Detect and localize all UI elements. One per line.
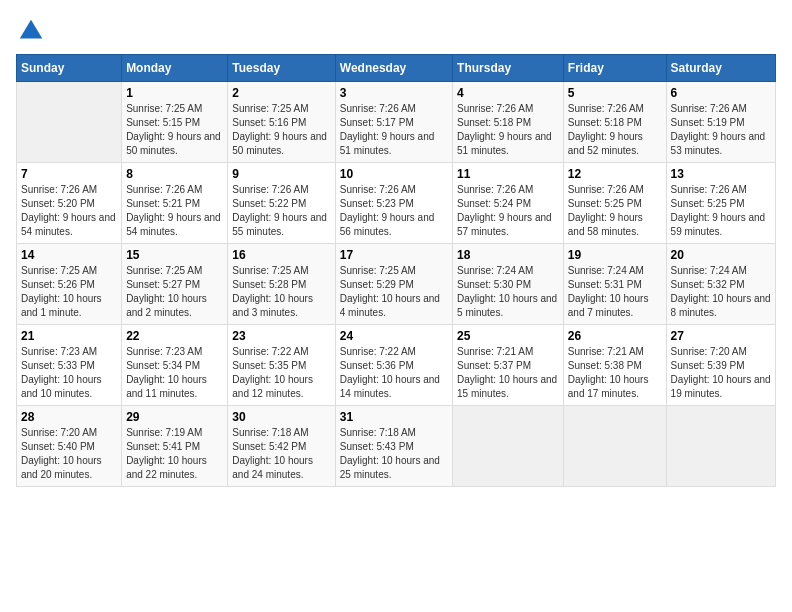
day-number: 8	[126, 167, 223, 181]
day-cell: 9Sunrise: 7:26 AMSunset: 5:22 PMDaylight…	[228, 163, 335, 244]
day-cell: 11Sunrise: 7:26 AMSunset: 5:24 PMDayligh…	[453, 163, 564, 244]
day-info: Sunrise: 7:24 AMSunset: 5:32 PMDaylight:…	[671, 265, 771, 318]
column-header-thursday: Thursday	[453, 55, 564, 82]
day-cell: 21Sunrise: 7:23 AMSunset: 5:33 PMDayligh…	[17, 325, 122, 406]
day-number: 18	[457, 248, 559, 262]
day-cell: 19Sunrise: 7:24 AMSunset: 5:31 PMDayligh…	[563, 244, 666, 325]
day-number: 21	[21, 329, 117, 343]
day-number: 26	[568, 329, 662, 343]
day-cell: 8Sunrise: 7:26 AMSunset: 5:21 PMDaylight…	[122, 163, 228, 244]
day-cell: 3Sunrise: 7:26 AMSunset: 5:17 PMDaylight…	[335, 82, 452, 163]
day-number: 2	[232, 86, 330, 100]
column-header-tuesday: Tuesday	[228, 55, 335, 82]
day-number: 22	[126, 329, 223, 343]
day-cell: 12Sunrise: 7:26 AMSunset: 5:25 PMDayligh…	[563, 163, 666, 244]
day-cell	[453, 406, 564, 487]
day-info: Sunrise: 7:20 AMSunset: 5:39 PMDaylight:…	[671, 346, 771, 399]
day-cell: 16Sunrise: 7:25 AMSunset: 5:28 PMDayligh…	[228, 244, 335, 325]
day-cell: 4Sunrise: 7:26 AMSunset: 5:18 PMDaylight…	[453, 82, 564, 163]
day-info: Sunrise: 7:19 AMSunset: 5:41 PMDaylight:…	[126, 427, 207, 480]
day-info: Sunrise: 7:26 AMSunset: 5:24 PMDaylight:…	[457, 184, 552, 237]
column-header-sunday: Sunday	[17, 55, 122, 82]
day-cell: 14Sunrise: 7:25 AMSunset: 5:26 PMDayligh…	[17, 244, 122, 325]
day-cell: 28Sunrise: 7:20 AMSunset: 5:40 PMDayligh…	[17, 406, 122, 487]
day-info: Sunrise: 7:26 AMSunset: 5:25 PMDaylight:…	[568, 184, 644, 237]
day-cell: 2Sunrise: 7:25 AMSunset: 5:16 PMDaylight…	[228, 82, 335, 163]
svg-marker-0	[20, 20, 43, 39]
day-info: Sunrise: 7:22 AMSunset: 5:35 PMDaylight:…	[232, 346, 313, 399]
day-number: 14	[21, 248, 117, 262]
day-number: 15	[126, 248, 223, 262]
column-header-saturday: Saturday	[666, 55, 775, 82]
column-header-wednesday: Wednesday	[335, 55, 452, 82]
week-row-1: 1Sunrise: 7:25 AMSunset: 5:15 PMDaylight…	[17, 82, 776, 163]
day-number: 23	[232, 329, 330, 343]
day-cell: 27Sunrise: 7:20 AMSunset: 5:39 PMDayligh…	[666, 325, 775, 406]
week-row-2: 7Sunrise: 7:26 AMSunset: 5:20 PMDaylight…	[17, 163, 776, 244]
day-cell: 1Sunrise: 7:25 AMSunset: 5:15 PMDaylight…	[122, 82, 228, 163]
day-info: Sunrise: 7:20 AMSunset: 5:40 PMDaylight:…	[21, 427, 102, 480]
day-cell: 7Sunrise: 7:26 AMSunset: 5:20 PMDaylight…	[17, 163, 122, 244]
day-cell	[563, 406, 666, 487]
day-info: Sunrise: 7:22 AMSunset: 5:36 PMDaylight:…	[340, 346, 440, 399]
column-header-monday: Monday	[122, 55, 228, 82]
day-cell: 15Sunrise: 7:25 AMSunset: 5:27 PMDayligh…	[122, 244, 228, 325]
day-info: Sunrise: 7:26 AMSunset: 5:23 PMDaylight:…	[340, 184, 435, 237]
day-number: 5	[568, 86, 662, 100]
day-number: 27	[671, 329, 771, 343]
day-cell: 13Sunrise: 7:26 AMSunset: 5:25 PMDayligh…	[666, 163, 775, 244]
day-info: Sunrise: 7:23 AMSunset: 5:33 PMDaylight:…	[21, 346, 102, 399]
day-info: Sunrise: 7:26 AMSunset: 5:18 PMDaylight:…	[568, 103, 644, 156]
day-number: 24	[340, 329, 448, 343]
day-number: 3	[340, 86, 448, 100]
day-number: 19	[568, 248, 662, 262]
day-info: Sunrise: 7:26 AMSunset: 5:25 PMDaylight:…	[671, 184, 766, 237]
day-cell: 25Sunrise: 7:21 AMSunset: 5:37 PMDayligh…	[453, 325, 564, 406]
day-info: Sunrise: 7:26 AMSunset: 5:22 PMDaylight:…	[232, 184, 327, 237]
day-cell	[17, 82, 122, 163]
day-cell: 20Sunrise: 7:24 AMSunset: 5:32 PMDayligh…	[666, 244, 775, 325]
day-number: 28	[21, 410, 117, 424]
day-info: Sunrise: 7:25 AMSunset: 5:26 PMDaylight:…	[21, 265, 102, 318]
day-cell: 29Sunrise: 7:19 AMSunset: 5:41 PMDayligh…	[122, 406, 228, 487]
day-info: Sunrise: 7:25 AMSunset: 5:15 PMDaylight:…	[126, 103, 221, 156]
day-number: 25	[457, 329, 559, 343]
day-cell: 17Sunrise: 7:25 AMSunset: 5:29 PMDayligh…	[335, 244, 452, 325]
day-info: Sunrise: 7:18 AMSunset: 5:42 PMDaylight:…	[232, 427, 313, 480]
day-number: 9	[232, 167, 330, 181]
day-info: Sunrise: 7:24 AMSunset: 5:30 PMDaylight:…	[457, 265, 557, 318]
day-cell	[666, 406, 775, 487]
day-cell: 18Sunrise: 7:24 AMSunset: 5:30 PMDayligh…	[453, 244, 564, 325]
day-info: Sunrise: 7:25 AMSunset: 5:28 PMDaylight:…	[232, 265, 313, 318]
day-info: Sunrise: 7:24 AMSunset: 5:31 PMDaylight:…	[568, 265, 649, 318]
day-number: 6	[671, 86, 771, 100]
day-number: 11	[457, 167, 559, 181]
day-number: 20	[671, 248, 771, 262]
day-info: Sunrise: 7:26 AMSunset: 5:17 PMDaylight:…	[340, 103, 435, 156]
calendar-header-row: SundayMondayTuesdayWednesdayThursdayFrid…	[17, 55, 776, 82]
logo-icon	[16, 16, 46, 46]
day-number: 10	[340, 167, 448, 181]
day-info: Sunrise: 7:21 AMSunset: 5:37 PMDaylight:…	[457, 346, 557, 399]
day-cell: 5Sunrise: 7:26 AMSunset: 5:18 PMDaylight…	[563, 82, 666, 163]
day-cell: 23Sunrise: 7:22 AMSunset: 5:35 PMDayligh…	[228, 325, 335, 406]
week-row-4: 21Sunrise: 7:23 AMSunset: 5:33 PMDayligh…	[17, 325, 776, 406]
day-cell: 22Sunrise: 7:23 AMSunset: 5:34 PMDayligh…	[122, 325, 228, 406]
day-info: Sunrise: 7:25 AMSunset: 5:29 PMDaylight:…	[340, 265, 440, 318]
day-info: Sunrise: 7:26 AMSunset: 5:19 PMDaylight:…	[671, 103, 766, 156]
day-info: Sunrise: 7:21 AMSunset: 5:38 PMDaylight:…	[568, 346, 649, 399]
week-row-3: 14Sunrise: 7:25 AMSunset: 5:26 PMDayligh…	[17, 244, 776, 325]
day-info: Sunrise: 7:25 AMSunset: 5:27 PMDaylight:…	[126, 265, 207, 318]
day-info: Sunrise: 7:25 AMSunset: 5:16 PMDaylight:…	[232, 103, 327, 156]
logo	[16, 16, 50, 46]
day-number: 30	[232, 410, 330, 424]
day-number: 13	[671, 167, 771, 181]
page-header	[16, 16, 776, 46]
day-info: Sunrise: 7:26 AMSunset: 5:21 PMDaylight:…	[126, 184, 221, 237]
day-cell: 24Sunrise: 7:22 AMSunset: 5:36 PMDayligh…	[335, 325, 452, 406]
column-header-friday: Friday	[563, 55, 666, 82]
day-number: 4	[457, 86, 559, 100]
day-cell: 31Sunrise: 7:18 AMSunset: 5:43 PMDayligh…	[335, 406, 452, 487]
day-cell: 10Sunrise: 7:26 AMSunset: 5:23 PMDayligh…	[335, 163, 452, 244]
day-number: 16	[232, 248, 330, 262]
